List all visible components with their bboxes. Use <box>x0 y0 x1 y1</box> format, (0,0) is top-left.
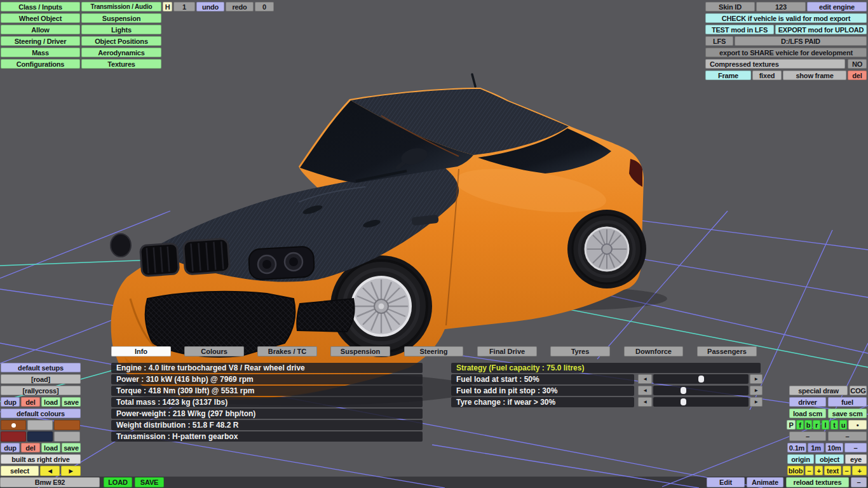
tyre-change-slider-thumb[interactable] <box>681 398 686 405</box>
colour-swatch-3[interactable] <box>1 431 26 442</box>
driver-button[interactable]: driver <box>789 397 826 407</box>
fuel-pit-slider-thumb[interactable] <box>681 387 686 394</box>
fuel-button[interactable]: fuel <box>828 397 867 407</box>
fuel-pit-slider[interactable] <box>653 386 749 395</box>
select-next-button[interactable]: ► <box>61 466 81 476</box>
check-valid-button[interactable]: CHECK if vehicle is valid for mod export <box>705 13 867 23</box>
menu-item-wheel-object[interactable]: Wheel Object <box>1 13 80 23</box>
axis-letter-r[interactable]: r <box>813 420 820 430</box>
setup-rallycross-button[interactable]: [rallycross] <box>1 386 81 395</box>
menu-item-aerodynamics[interactable]: Aerodynamics <box>81 48 161 57</box>
tab-suspension[interactable]: Suspension <box>330 346 390 356</box>
frame-button[interactable]: Frame <box>705 71 751 80</box>
menu-item-lights[interactable]: Lights <box>81 25 161 34</box>
tab-info[interactable]: Info <box>111 346 171 356</box>
setups-del-button[interactable]: del <box>21 397 40 407</box>
menu-item-allow[interactable]: Allow <box>1 25 80 34</box>
redo-button[interactable]: redo <box>226 2 254 11</box>
tab-steering[interactable]: Steering <box>404 346 463 356</box>
text-minus-button[interactable]: – <box>843 466 851 475</box>
menu-item-steering-driver[interactable]: Steering / Driver <box>1 36 80 46</box>
axis-dot-button[interactable]: • <box>848 420 867 430</box>
colour-swatch-4[interactable] <box>27 431 53 442</box>
export-upload-button[interactable]: EXPORT mod for UPLOAD <box>775 25 867 34</box>
fuel-load-decrease-button[interactable]: ◄ <box>638 374 652 384</box>
scale-1m-button[interactable]: 1m <box>808 443 824 452</box>
compressed-textures-value[interactable]: NO <box>848 59 867 69</box>
tab-colours[interactable]: Colours <box>184 346 244 356</box>
object-button[interactable]: object <box>815 454 844 464</box>
menu-item-class-inputs[interactable]: Class / Inputs <box>1 2 80 11</box>
scale-10m-button[interactable]: 10m <box>825 443 843 452</box>
text-button[interactable]: text <box>824 466 841 475</box>
cog-button[interactable]: COG <box>850 386 867 395</box>
default-colours-button[interactable]: default colours <box>1 409 81 418</box>
skin-id-value[interactable]: 123 <box>756 2 806 11</box>
colours-dup-button[interactable]: dup <box>1 443 20 452</box>
colours-save-button[interactable]: save <box>62 443 81 452</box>
colours-load-button[interactable]: load <box>41 443 60 452</box>
text-plus-button[interactable]: + <box>852 466 867 475</box>
save-button[interactable]: SAVE <box>135 477 164 487</box>
tyre-change-slider[interactable] <box>653 397 749 407</box>
edit-engine-button[interactable]: edit engine <box>807 2 867 11</box>
load-button[interactable]: LOAD <box>104 477 132 487</box>
fuel-load-increase-button[interactable]: ► <box>750 374 763 384</box>
menu-item-configurations[interactable]: Configurations <box>1 59 80 69</box>
dash-right-button[interactable]: – <box>828 431 867 441</box>
tab-downforce[interactable]: Downforce <box>624 346 683 356</box>
menu-item-suspension[interactable]: Suspension <box>81 13 161 23</box>
tab-brakes-tc[interactable]: Brakes / TC <box>257 346 317 356</box>
setup-road-button[interactable]: [road] <box>1 374 81 384</box>
axis-letter-b[interactable]: b <box>804 420 812 430</box>
load-scm-button[interactable]: load scm <box>789 409 826 418</box>
tab-tyres[interactable]: Tyres <box>550 346 610 356</box>
axis-letter-t[interactable]: t <box>831 420 838 430</box>
fuel-pit-decrease-button[interactable]: ◄ <box>638 386 652 395</box>
scale-dash-button[interactable]: – <box>844 443 867 452</box>
tab-final-drive[interactable]: Final Drive <box>477 346 537 356</box>
tyre-change-increase-button[interactable]: ► <box>750 397 763 407</box>
menu-item-transmission-audio[interactable]: Transmission / Audio <box>81 2 161 11</box>
vehicle-name[interactable]: Bmw E92 <box>0 477 100 487</box>
dash-left-button[interactable]: – <box>789 431 826 441</box>
h-toggle-button[interactable]: H <box>163 2 172 11</box>
compressed-textures-button[interactable]: Compressed textures <box>705 59 845 69</box>
tab-passengers[interactable]: Passengers <box>697 346 757 356</box>
special-draw-button[interactable]: special draw <box>789 386 848 395</box>
select-prev-button[interactable]: ◄ <box>40 466 60 476</box>
tyre-change-decrease-button[interactable]: ◄ <box>638 397 652 407</box>
animate-button[interactable]: Animate <box>747 477 783 487</box>
lfs-path-button[interactable]: D:/LFS PAID <box>735 36 867 46</box>
axis-letter-l[interactable]: l <box>822 420 829 430</box>
frame-del-button[interactable]: del <box>848 71 867 80</box>
select-button[interactable]: select <box>1 466 39 476</box>
lfs-button[interactable]: LFS <box>705 36 733 46</box>
share-export-button[interactable]: export to SHARE vehicle for development <box>705 48 867 57</box>
axis-letter-f[interactable]: f <box>796 420 804 430</box>
frame-fixed-button[interactable]: fixed <box>752 71 782 80</box>
menu-item-mass[interactable]: Mass <box>1 48 80 57</box>
fuel-load-slider-thumb[interactable] <box>698 376 704 383</box>
test-mod-button[interactable]: TEST mod in LFS <box>705 25 774 34</box>
colour-swatch-0[interactable] <box>1 420 26 430</box>
skin-id-button[interactable]: Skin ID <box>705 2 755 11</box>
reload-textures-button[interactable]: reload textures <box>786 477 849 487</box>
blob-button[interactable]: blob <box>787 466 804 475</box>
reload-dash-button[interactable]: – <box>851 477 867 487</box>
colours-del-button[interactable]: del <box>21 443 40 452</box>
axis-letter-u[interactable]: u <box>839 420 847 430</box>
setups-dup-button[interactable]: dup <box>1 397 20 407</box>
scale-01m-button[interactable]: 0.1m <box>787 443 806 452</box>
setups-load-button[interactable]: load <box>41 397 60 407</box>
save-scm-button[interactable]: save scm <box>828 409 867 418</box>
colour-swatch-2[interactable] <box>54 420 80 430</box>
edit-button[interactable]: Edit <box>707 477 745 487</box>
show-frame-button[interactable]: show frame <box>783 71 846 80</box>
default-setups-button[interactable]: default setups <box>1 363 81 372</box>
fuel-load-slider[interactable] <box>653 374 749 384</box>
undo-button[interactable]: undo <box>196 2 224 11</box>
blob-plus-button[interactable]: + <box>815 466 823 475</box>
built-right-drive-button[interactable]: built as right drive <box>1 454 81 464</box>
menu-item-object-positions[interactable]: Object Positions <box>81 36 161 46</box>
